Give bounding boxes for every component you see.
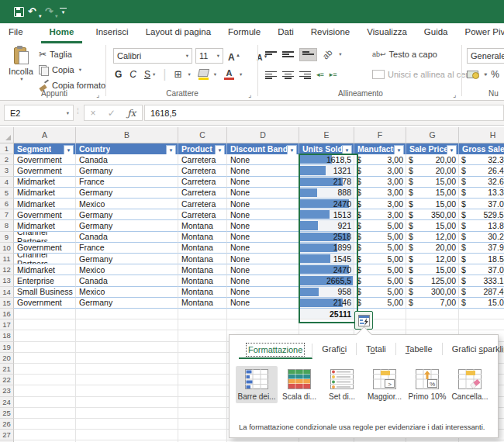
qa-item-icon-set[interactable]: Set di...	[321, 366, 363, 403]
align-right-icon[interactable]	[299, 71, 311, 79]
cell[interactable]	[14, 353, 76, 364]
tab-formule[interactable]: Formule	[219, 23, 269, 43]
orientation-icon[interactable]: ab	[321, 47, 334, 60]
cell[interactable]	[227, 319, 299, 330]
align-left-icon[interactable]	[265, 71, 277, 79]
cell[interactable]: Government	[14, 209, 76, 220]
column-header-E[interactable]: E	[299, 127, 354, 143]
wrap-text-button[interactable]: ab↩ Testo a capo	[372, 48, 437, 60]
cell[interactable]: $32.370,00	[459, 154, 504, 165]
cell[interactable]: $32.670,00	[459, 177, 504, 188]
cell[interactable]: Germany	[76, 220, 178, 231]
cell[interactable]	[14, 430, 76, 440]
row-number[interactable]: 10	[0, 243, 14, 254]
qa-item-top-10-percent[interactable]: % Primo 10%	[406, 366, 448, 403]
cell[interactable]: Montana	[178, 264, 227, 275]
cell[interactable]: 1899	[299, 243, 354, 254]
cell[interactable]	[14, 397, 76, 408]
borders-dropdown-icon[interactable]: ▾	[188, 71, 191, 78]
cell[interactable]: $20,00	[406, 165, 459, 176]
tab-guida[interactable]: Guida	[416, 23, 457, 43]
row-number[interactable]: 12	[0, 264, 14, 275]
appunti-dialog-launcher-icon[interactable]: ⌟	[96, 91, 99, 98]
cell[interactable]: $3,00	[354, 199, 406, 209]
row-number[interactable]: 21	[0, 364, 14, 375]
name-box[interactable]: E2 ▾	[4, 105, 74, 121]
cell[interactable]: Germany	[76, 298, 178, 309]
font-color-dropdown-icon[interactable]: ▾	[240, 71, 242, 78]
underline-button[interactable]: S	[144, 69, 150, 80]
save-icon[interactable]	[14, 7, 24, 17]
align-top-icon[interactable]	[265, 50, 277, 59]
row-number[interactable]: 23	[0, 385, 14, 396]
allineamento-dialog-launcher-icon[interactable]: ⌟	[453, 91, 456, 98]
align-middle-icon[interactable]	[282, 50, 294, 59]
cell[interactable]: $15.022,00	[459, 298, 504, 309]
orientation-dropdown-icon[interactable]: ▾	[339, 51, 341, 57]
cell[interactable]: $333.187,50	[459, 275, 504, 286]
cell[interactable]	[178, 353, 227, 364]
cell[interactable]: Government	[14, 154, 76, 165]
bold-button[interactable]: G	[115, 69, 122, 80]
increase-font-icon[interactable]: A▴	[228, 52, 240, 63]
cell[interactable]: $37.050,00	[459, 199, 504, 209]
cell[interactable]	[76, 385, 178, 396]
row-number[interactable]: 15	[0, 298, 14, 309]
cell[interactable]: Enterprise	[14, 275, 76, 286]
row-number[interactable]: 22	[0, 375, 14, 385]
cell[interactable]: None	[227, 165, 299, 176]
qa-item-color-scale[interactable]: Scala di...	[278, 366, 320, 403]
cell[interactable]: Midmarket	[14, 220, 76, 231]
underline-dropdown-icon[interactable]: ▾	[153, 71, 155, 78]
cell[interactable]	[178, 419, 227, 430]
cell[interactable]: $3,00	[354, 188, 406, 199]
cell[interactable]: $37.980,00	[459, 243, 504, 254]
cell[interactable]: $12,00	[406, 232, 459, 243]
cell[interactable]: Midmarket	[14, 188, 76, 199]
qa-tab-grafici-sparkline[interactable]: Grafici sparkline	[443, 343, 504, 355]
cell[interactable]: 1618,5	[299, 154, 354, 165]
cell[interactable]: Carretera	[178, 209, 227, 220]
cell[interactable]	[14, 309, 76, 319]
table-header-cell[interactable]: Discount Band▼	[227, 143, 299, 154]
row-number[interactable]: 17	[0, 319, 14, 330]
cell[interactable]: France	[76, 177, 178, 188]
cell[interactable]	[76, 319, 178, 330]
font-size-select[interactable]: 11 ▾	[195, 48, 223, 64]
cell[interactable]: $15,00	[406, 188, 459, 199]
percent-style-icon[interactable]: %	[491, 69, 499, 80]
cell[interactable]: $12,00	[406, 254, 459, 264]
cell[interactable]: Canada	[76, 232, 178, 243]
cell[interactable]	[76, 408, 178, 419]
cancel-icon[interactable]: ×	[91, 108, 96, 119]
cell[interactable]: Montana	[178, 220, 227, 231]
table-header-cell[interactable]: Country▼	[76, 143, 178, 154]
column-header-C[interactable]: C	[178, 127, 227, 143]
cell[interactable]: $15,00	[406, 199, 459, 209]
cell[interactable]: $5,00	[354, 275, 406, 286]
cell[interactable]	[178, 342, 227, 353]
cell[interactable]: None	[227, 177, 299, 188]
cell[interactable]	[76, 430, 178, 440]
tab-dati[interactable]: Dati	[269, 23, 302, 43]
cell[interactable]	[76, 353, 178, 364]
cell[interactable]: Midmarket	[14, 264, 76, 275]
cell[interactable]: Channel Partners	[14, 232, 76, 243]
table-header-cell[interactable]: Gross Sales▼	[459, 143, 504, 154]
table-header-cell[interactable]: Segment▼	[14, 143, 76, 154]
filter-icon[interactable]: ▼	[215, 145, 225, 154]
undo-dropdown-icon[interactable]: ▾	[39, 9, 42, 23]
cell[interactable]	[178, 397, 227, 408]
cell[interactable]: None	[227, 232, 299, 243]
row-number[interactable]: 8	[0, 220, 14, 231]
cell[interactable]	[178, 408, 227, 419]
cell[interactable]: $287.400,00	[459, 287, 504, 298]
insert-function-icon[interactable]: ƒx	[127, 108, 136, 119]
qa-tab-tabelle[interactable]: Tabelle	[396, 343, 443, 355]
cell[interactable]: $125,00	[406, 275, 459, 286]
cell[interactable]: $7,00	[406, 298, 459, 309]
row-number[interactable]: 3	[0, 165, 14, 176]
cut-button[interactable]: ✂ Taglia	[39, 48, 72, 60]
qa-tab-formattazione[interactable]: Formattazione	[239, 344, 312, 359]
enter-check-icon[interactable]: ✓	[108, 108, 116, 119]
